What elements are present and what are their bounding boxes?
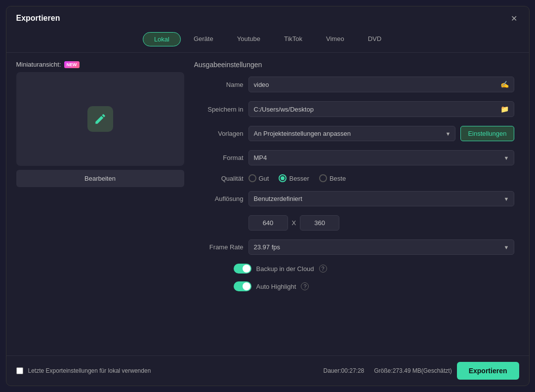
backup-toggle[interactable] <box>234 264 251 274</box>
auto-highlight-label: Auto Highlight <box>256 283 296 290</box>
tab-youtube[interactable]: Youtube <box>226 32 271 46</box>
remember-settings-label: Letzte Exporteinstellungen für lokal ver… <box>28 367 151 374</box>
vorlagen-select-wrapper: An Projekteinstellungen anpassen ▼ <box>248 126 456 141</box>
resolution-wh-row: X <box>248 215 514 231</box>
remember-settings-checkbox[interactable] <box>16 367 23 374</box>
tab-tiktok[interactable]: TikTok <box>273 32 313 46</box>
backup-row: Backup in der Cloud ? <box>234 264 514 274</box>
name-label: Name <box>194 81 244 88</box>
title-bar: Exportieren ✕ <box>6 6 529 28</box>
format-label: Format <box>194 154 244 161</box>
aufloesung-label: Auflösung <box>194 195 244 202</box>
dauer-info: Dauer:00:27:28 <box>324 367 365 374</box>
groesse-value: 273.49 MB(Geschätzt) <box>393 367 452 374</box>
frame-rate-row: Frame Rate 23.97 fps ▼ <box>194 239 514 255</box>
format-row: Format MP4 ▼ <box>194 150 514 165</box>
section-title: Ausgabeeinstellungen <box>194 61 514 69</box>
export-button[interactable]: Exportieren <box>457 362 519 380</box>
vorlagen-row: Vorlagen An Projekteinstellungen anpasse… <box>194 126 514 141</box>
groesse-info: Größe:273.49 MB(Geschätzt) <box>374 367 452 374</box>
right-panel: Ausgabeeinstellungen Name ✍ Speichern in… <box>194 61 519 348</box>
backup-help-icon[interactable]: ? <box>319 265 327 273</box>
radio-gut-circle <box>248 174 256 182</box>
vorlagen-label: Vorlagen <box>194 130 244 137</box>
aufloesung-row: Auflösung Benutzerdefiniert ▼ <box>194 191 514 206</box>
dauer-label: Dauer: <box>324 367 341 374</box>
footer-info: Dauer:00:27:28 Größe:273.49 MB(Geschätzt… <box>324 367 452 374</box>
backup-label: Backup in der Cloud <box>256 265 314 273</box>
frame-rate-label: Frame Rate <box>194 243 244 251</box>
thumbnail-label-text: Miniaturansicht: <box>16 61 61 68</box>
format-select-wrapper: MP4 ▼ <box>248 150 514 165</box>
tab-vimeo[interactable]: Vimeo <box>315 32 355 46</box>
dialog-title: Exportieren <box>16 14 60 23</box>
thumbnail-preview <box>16 72 184 166</box>
tabs-bar: Lokal Geräte Youtube TikTok Vimeo DVD <box>6 28 529 53</box>
dauer-value: 00:27:28 <box>341 367 365 374</box>
radio-besser-circle <box>279 174 287 182</box>
format-select[interactable]: MP4 <box>248 150 514 165</box>
speichern-input-wrapper: 📁 <box>248 101 514 117</box>
thumbnail-label-row: Miniaturansicht: NEW <box>16 61 184 68</box>
frame-rate-select[interactable]: 23.97 fps <box>248 239 514 255</box>
einstellungen-button[interactable]: Einstellungen <box>460 126 514 141</box>
name-input[interactable] <box>254 81 497 88</box>
quality-besser-label: Besser <box>289 175 309 182</box>
aufloesung-select[interactable]: Benutzerdefiniert <box>248 191 514 206</box>
auto-highlight-toggle[interactable] <box>234 281 251 291</box>
quality-gut[interactable]: Gut <box>248 174 269 182</box>
aufloesung-select-wrapper: Benutzerdefiniert ▼ <box>248 191 514 206</box>
thumbnail-icon <box>87 106 113 132</box>
close-button[interactable]: ✕ <box>509 13 519 23</box>
name-input-wrapper: ✍ <box>248 77 514 92</box>
resolution-x-divider: X <box>292 219 296 227</box>
export-dialog: Exportieren ✕ Lokal Geräte Youtube TikTo… <box>6 6 530 386</box>
quality-options: Gut Besser Beste <box>248 174 346 182</box>
tab-lokal[interactable]: Lokal <box>143 32 181 46</box>
qualitaet-label: Qualität <box>194 175 244 182</box>
auto-highlight-row: Auto Highlight ? <box>234 281 514 291</box>
auto-highlight-help-icon[interactable]: ? <box>301 282 309 290</box>
tab-dvd[interactable]: DVD <box>357 32 392 46</box>
quality-beste-label: Beste <box>329 175 346 182</box>
pencil-icon <box>94 113 107 125</box>
resolution-height-input[interactable] <box>300 215 339 231</box>
quality-gut-label: Gut <box>259 175 269 182</box>
vorlagen-select[interactable]: An Projekteinstellungen anpassen <box>248 126 456 141</box>
new-badge: NEW <box>64 61 80 68</box>
ai-icon: ✍ <box>500 80 509 88</box>
left-panel: Miniaturansicht: NEW Bearbeiten <box>16 61 184 348</box>
frame-rate-select-wrapper: 23.97 fps ▼ <box>248 239 514 255</box>
name-row: Name ✍ <box>194 77 514 92</box>
qualitaet-row: Qualität Gut Besser Beste <box>194 174 514 182</box>
speichern-row: Speichern in 📁 <box>194 101 514 117</box>
edit-button[interactable]: Bearbeiten <box>16 170 184 187</box>
footer: Letzte Exporteinstellungen für lokal ver… <box>6 355 529 386</box>
speichern-input[interactable] <box>254 106 500 113</box>
resolution-width-input[interactable] <box>248 215 288 231</box>
tab-geraete[interactable]: Geräte <box>183 32 224 46</box>
main-content: Miniaturansicht: NEW Bearbeiten Ausgabee… <box>6 53 529 355</box>
folder-icon[interactable]: 📁 <box>500 105 509 113</box>
radio-beste-circle <box>319 174 327 182</box>
quality-besser[interactable]: Besser <box>279 174 309 182</box>
speichern-label: Speichern in <box>194 106 244 113</box>
quality-beste[interactable]: Beste <box>319 174 346 182</box>
groesse-label: Größe: <box>374 367 392 374</box>
